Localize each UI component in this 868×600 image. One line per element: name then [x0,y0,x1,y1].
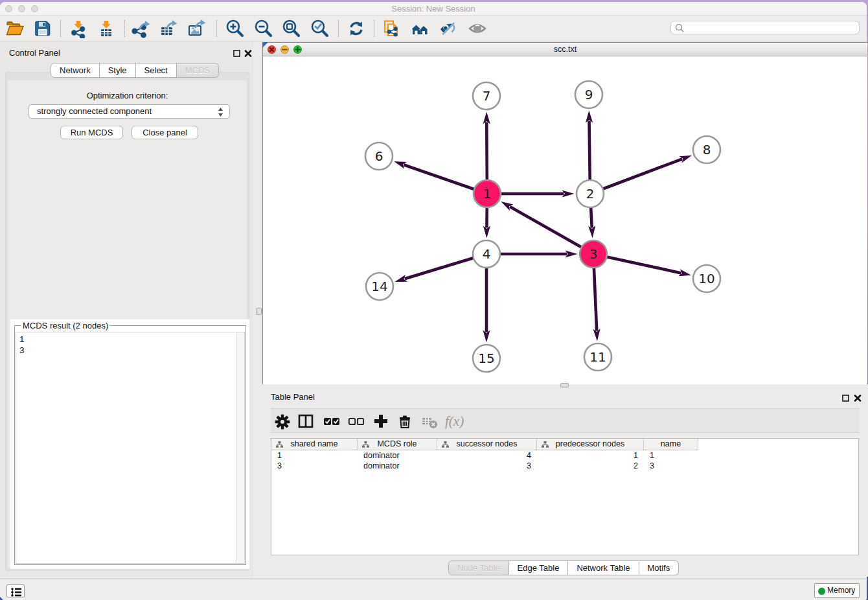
search-input[interactable] [687,22,855,33]
home-networks-icon[interactable] [410,19,429,38]
run-mcds-button[interactable]: Run MCDS [60,126,123,139]
control-panel: Control Panel NetworkStyleSelectMCDS Opt… [0,41,253,579]
toolbar-separator [374,20,374,37]
column-header-successor-nodes[interactable]: successor nodes [437,439,537,450]
table-row[interactable]: 1dominator411 [271,450,707,461]
tab-edge-table[interactable]: Edge Table [509,560,569,575]
mcds-result-groupbox: MCDS result (2 nodes) 13 [14,325,246,565]
graph-node-label: 15 [478,351,494,366]
table-cell[interactable]: 1 [537,450,638,461]
hide-details-icon[interactable] [438,19,457,38]
tab-select[interactable]: Select [136,63,177,78]
table-toolbar: f(x) [271,408,860,433]
column-header-label: name [661,439,681,448]
column-header-label: shared name [291,439,338,448]
vertical-splitter[interactable] [253,41,262,579]
graph-edge[interactable] [590,159,682,194]
graph-node-label: 6 [375,148,383,164]
control-panel-close-icon[interactable] [244,48,252,60]
save-session-icon[interactable] [33,19,52,38]
column-header-predecessor-nodes[interactable]: predecessor nodes [537,439,644,450]
optimization-criterion-label: Optimization criterion: [8,91,247,100]
table-cell[interactable]: 1 [650,450,698,461]
tab-motifs[interactable]: Motifs [639,560,680,575]
mcds-result-scrollbar[interactable] [236,332,245,563]
table-cell[interactable]: 2 [537,461,638,471]
control-panel-float-icon[interactable] [233,48,240,60]
wallpaper-corner [0,597,3,600]
tab-mcds[interactable]: MCDS [177,63,219,78]
split-columns-icon[interactable] [297,412,315,430]
export-network-icon[interactable] [131,19,151,38]
frame-focus-corner [262,42,268,48]
memory-button[interactable]: Memory [814,583,860,598]
network-frame-titlebar[interactable]: scc.txt [263,43,867,56]
table-cell[interactable]: dominator [363,461,437,471]
open-session-icon[interactable] [5,19,25,38]
tab-network-table[interactable]: Network Table [568,560,639,575]
zoom-fit-icon[interactable] [282,19,301,38]
criterion-dropdown[interactable]: strongly connected component [29,104,230,119]
network-frame-title: scc.txt [263,43,867,56]
graph-node-label: 8 [703,142,711,157]
table-panel: Table Panel f(x) shared nameMCDS rolesuc… [262,389,868,577]
table-settings-icon[interactable] [273,412,291,430]
toolbar-separator [60,20,61,37]
column-header-shared-name[interactable]: shared name [271,439,358,450]
dropdown-chevrons-icon [218,107,223,121]
table-panel-tabs: Node TableEdge TableNetwork TableMotifs [448,560,679,573]
network-view-frame: scc.txt 7968124314101511 [262,42,867,384]
mcds-result-line: 1 [19,334,244,345]
table-cell[interactable]: 1 [277,450,358,461]
mcds-result-textarea[interactable]: 13 [16,332,245,564]
table-cell[interactable]: 3 [650,461,698,471]
table-row[interactable]: 3dominator323 [271,461,707,471]
export-table-icon[interactable] [159,19,178,38]
unselect-all-columns-icon[interactable] [347,412,365,430]
mcds-result-line: 3 [19,345,244,356]
tab-style[interactable]: Style [100,63,136,78]
column-header-MCDS-role[interactable]: MCDS role [358,439,437,450]
vertical-splitter-grip[interactable] [256,308,262,315]
table-cell[interactable]: 3 [437,461,531,471]
window-title: Session: New Session [0,2,867,16]
add-column-icon[interactable] [372,412,390,430]
toolbar-separator [338,20,339,37]
toolbar-separator [216,20,217,37]
column-header-name[interactable]: name [644,439,698,450]
graph-node-label: 11 [589,349,606,365]
table-cell[interactable]: dominator [363,450,437,461]
show-details-icon[interactable] [468,19,487,38]
select-all-columns-icon[interactable] [323,412,341,430]
export-image-icon[interactable] [187,19,206,38]
tab-network[interactable]: Network [51,63,100,78]
copy-style-icon[interactable] [382,19,402,38]
delete-column-icon[interactable] [396,412,414,430]
zoom-out-icon[interactable] [254,19,273,38]
window-titlebar: Session: New Session [0,2,867,16]
criterion-dropdown-value: strongly connected component [37,106,152,116]
zoom-selected-icon[interactable] [310,19,330,38]
function-builder-icon: f(x) [444,412,462,430]
refresh-layout-icon[interactable] [347,19,366,38]
zoom-in-icon[interactable] [225,19,245,38]
control-panel-tabs: NetworkStyleSelectMCDS [51,63,219,78]
svg-text:f(x): f(x) [445,413,464,429]
mcds-result-panel: MCDS result (2 nodes) 13 [10,319,249,569]
table-cell[interactable]: 4 [437,450,531,461]
task-history-button[interactable] [6,584,25,597]
network-canvas[interactable]: 7968124314101511 [263,57,867,384]
graph-node-label: 2 [586,186,595,202]
close-panel-button[interactable]: Close panel [131,126,198,139]
table-panel-close-icon[interactable] [854,393,862,404]
tab-node-table[interactable]: Node Table [448,560,509,575]
table-panel-float-icon[interactable] [842,393,849,404]
import-network-icon[interactable] [69,19,88,38]
node-table[interactable]: shared nameMCDS rolesuccessor nodesprede… [271,438,859,555]
import-table-icon[interactable] [97,19,116,38]
mcds-result-title: MCDS result (2 nodes) [21,321,110,330]
table-header-row: shared nameMCDS rolesuccessor nodesprede… [271,439,698,450]
graph-node-label: 4 [483,246,491,262]
table-cell[interactable]: 3 [277,461,358,471]
horizontal-splitter-grip[interactable] [560,383,569,387]
